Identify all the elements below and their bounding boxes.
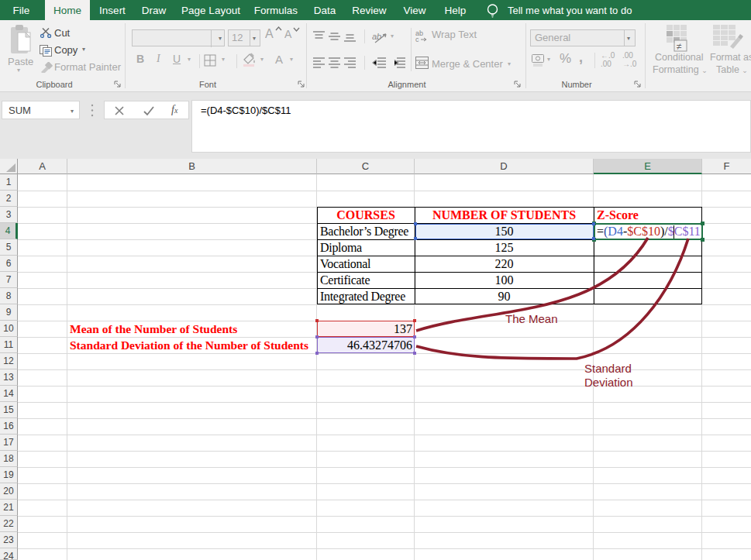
svg-text:≠: ≠ <box>677 41 682 52</box>
svg-text:c: c <box>415 36 419 43</box>
svg-text:A: A <box>265 27 274 40</box>
svg-text:A: A <box>284 28 292 40</box>
svg-text:ab: ab <box>372 32 381 41</box>
